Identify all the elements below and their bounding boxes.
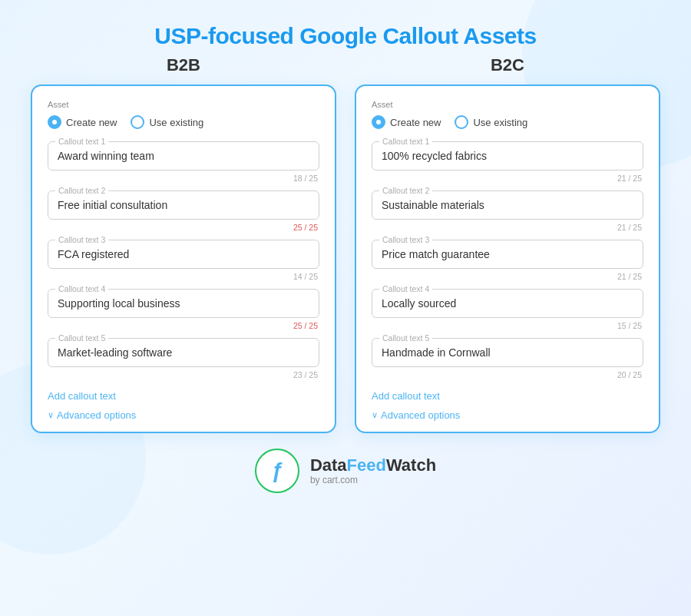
b2b-field-5-label: Callout text 5: [55, 333, 108, 343]
b2c-chevron-icon: ∨: [372, 410, 378, 420]
b2b-field-1-counter: 18 / 25: [48, 174, 319, 183]
columns-row: B2B Asset Create new Use existing Callou…: [31, 55, 660, 433]
logo-text: DataFeedWatch by cart.com: [310, 456, 436, 485]
b2c-field-3-label: Callout text 3: [379, 235, 432, 244]
b2b-column: B2B Asset Create new Use existing Callou…: [31, 55, 336, 433]
b2c-radio-create-label: Create new: [390, 117, 441, 128]
b2c-column: B2C Asset Create new Use existing Callou…: [355, 55, 660, 433]
b2b-title: B2B: [31, 55, 336, 75]
b2c-field-3: Callout text 3: [372, 240, 643, 269]
b2b-field-3-counter: 14 / 25: [48, 272, 319, 281]
logo-sub: by cart.com: [310, 475, 436, 485]
b2c-field-1-counter: 21 / 25: [372, 174, 643, 183]
b2b-field-4-counter: 25 / 25: [48, 321, 319, 330]
b2b-field-3: Callout text 3: [48, 240, 319, 269]
b2c-advanced-label: Advanced options: [381, 409, 460, 421]
b2b-field-1: Callout text 1: [48, 141, 319, 171]
logo-data: Data: [310, 455, 347, 475]
b2b-radio-create-label: Create new: [66, 117, 117, 128]
b2c-field-5-label: Callout text 5: [379, 333, 432, 343]
b2b-field-1-label: Callout text 1: [55, 137, 108, 146]
logo-name: DataFeedWatch: [310, 456, 436, 475]
b2c-card: Asset Create new Use existing Callout te…: [355, 84, 660, 433]
b2b-radio-existing-label: Use existing: [149, 117, 203, 128]
b2b-field-4: Callout text 4: [48, 289, 319, 318]
page-container: USP-focused Google Callout Assets B2B As…: [0, 0, 691, 516]
b2b-advanced-label: Advanced options: [57, 409, 136, 421]
b2c-field-4-label: Callout text 4: [379, 284, 432, 293]
b2c-add-callout[interactable]: Add callout text: [372, 390, 440, 402]
b2c-field-2: Callout text 2: [372, 190, 643, 220]
logo-f-icon: ƒ: [271, 460, 283, 482]
b2c-field-2-label: Callout text 2: [379, 186, 432, 195]
b2b-field-5: Callout text 5: [48, 338, 319, 367]
footer: ƒ DataFeedWatch by cart.com: [31, 449, 660, 501]
b2b-card: Asset Create new Use existing Callout te…: [31, 84, 336, 433]
b2c-radio-existing[interactable]: Use existing: [455, 115, 527, 129]
b2b-add-callout[interactable]: Add callout text: [48, 390, 116, 402]
b2c-field-4: Callout text 4: [372, 289, 643, 318]
b2c-field-5-counter: 20 / 25: [372, 370, 643, 379]
b2c-radio-create-circle: [372, 115, 385, 129]
logo-watch: Watch: [386, 455, 436, 475]
b2b-chevron-icon: ∨: [48, 410, 54, 420]
page-title: USP-focused Google Callout Assets: [31, 23, 660, 49]
b2b-field-2-label: Callout text 2: [55, 186, 108, 195]
b2b-field-2-counter: 25 / 25: [48, 223, 319, 232]
b2c-title: B2C: [355, 55, 660, 75]
b2c-field-2-counter: 21 / 25: [372, 223, 643, 232]
b2b-radio-create-circle: [48, 115, 61, 129]
b2b-radio-existing-circle: [131, 115, 144, 129]
logo-feed: Feed: [347, 455, 386, 475]
b2c-field-1-label: Callout text 1: [379, 137, 432, 146]
logo-circle: ƒ: [255, 449, 299, 493]
b2c-radio-existing-circle: [455, 115, 468, 129]
b2c-advanced-options[interactable]: ∨ Advanced options: [372, 409, 643, 421]
b2b-asset-label: Asset: [48, 100, 319, 109]
b2b-field-3-label: Callout text 3: [55, 235, 108, 244]
b2b-field-4-label: Callout text 4: [55, 284, 108, 293]
b2c-field-1: Callout text 1: [372, 141, 643, 171]
b2c-field-3-counter: 21 / 25: [372, 272, 643, 281]
b2b-radio-create[interactable]: Create new: [48, 115, 117, 129]
b2c-radio-existing-label: Use existing: [473, 117, 527, 128]
b2b-field-2: Callout text 2: [48, 190, 319, 220]
b2c-field-5: Callout text 5: [372, 338, 643, 367]
b2b-advanced-options[interactable]: ∨ Advanced options: [48, 409, 319, 421]
b2c-asset-label: Asset: [372, 100, 643, 109]
b2b-radio-row: Create new Use existing: [48, 115, 319, 129]
b2c-radio-create[interactable]: Create new: [372, 115, 441, 129]
b2b-field-5-counter: 23 / 25: [48, 370, 319, 379]
b2b-radio-existing[interactable]: Use existing: [131, 115, 203, 129]
b2c-field-4-counter: 15 / 25: [372, 321, 643, 330]
b2c-radio-row: Create new Use existing: [372, 115, 643, 129]
